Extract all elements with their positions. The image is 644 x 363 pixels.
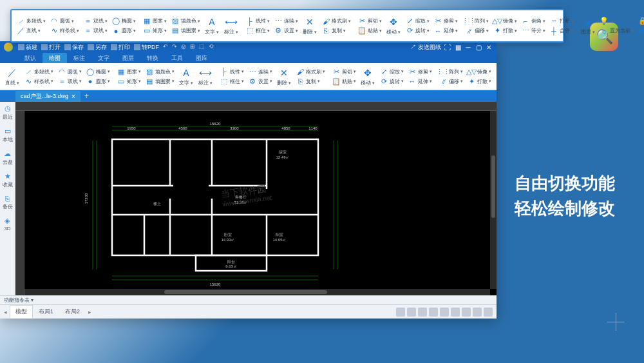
tool-填图案[interactable]: ▤填图案▾ xyxy=(145,77,175,86)
drawing-canvas[interactable]: 15620 19504500 33004850 1140 17200 15620… xyxy=(15,102,497,295)
close-button[interactable]: ✕ xyxy=(485,43,493,51)
menu-绘图[interactable]: 绘图 xyxy=(43,53,67,63)
tool-样条线[interactable]: ∿样条线▾ xyxy=(50,26,79,35)
tool-全选[interactable]: ▦全选▾ xyxy=(638,26,644,35)
menu-文字[interactable]: 文字 xyxy=(91,53,116,63)
menu-转换[interactable]: 转换 xyxy=(140,53,165,63)
tool-倒角[interactable]: ⌐倒角▾ xyxy=(495,67,497,76)
view-tab-布局1[interactable]: 布局1 xyxy=(33,305,59,319)
send-drawing-button[interactable]: ↗ 发送图纸 xyxy=(410,43,441,52)
tool-线性[interactable]: ├线性▾ xyxy=(220,67,244,76)
tool-圆弧[interactable]: ◠圆弧▾ xyxy=(50,17,79,26)
qat-icon[interactable]: ⬚ xyxy=(198,43,206,52)
tool-图层[interactable]: ◈图层 ▾ xyxy=(578,12,598,40)
qat-icon[interactable]: ⊞ xyxy=(189,43,196,52)
tool-延伸[interactable]: ↔延伸▾ xyxy=(408,77,432,86)
sidebar-备份[interactable]: ⎘备份 xyxy=(3,195,13,210)
sidebar-收藏[interactable]: ★收藏 xyxy=(3,172,13,188)
tool-直线[interactable]: ／直线▾ xyxy=(16,26,46,35)
tool-移动[interactable]: ✥移动 ▾ xyxy=(384,12,403,40)
grid-icon[interactable] xyxy=(407,308,416,317)
qat-打开[interactable]: 打开 xyxy=(40,43,62,52)
search-icon[interactable] xyxy=(396,308,405,317)
tool-倒角[interactable]: ⌐倒角▾ xyxy=(521,17,545,26)
tool-移动[interactable]: ✥移动 ▾ xyxy=(358,64,377,88)
layout-icon[interactable] xyxy=(473,308,482,317)
tool-设置[interactable]: ⚙设置▾ xyxy=(248,77,272,86)
tool-镜像[interactable]: △▽镜像▾ xyxy=(493,17,517,26)
tool-矩形[interactable]: ▭矩形▾ xyxy=(117,77,141,86)
tool-粘贴[interactable]: 📋粘贴▾ xyxy=(357,26,382,35)
tool-双线[interactable]: ＝双线▾ xyxy=(83,17,108,26)
tool-双线[interactable]: ＝双线▾ xyxy=(83,26,108,35)
sync-icon[interactable] xyxy=(484,308,493,317)
tool-缩放[interactable]: ⤢缩放▾ xyxy=(405,17,430,26)
tool-偏移[interactable]: ⫽偏移▾ xyxy=(439,77,463,86)
tool-打散[interactable]: ✦打散▾ xyxy=(467,77,491,86)
vertical-scrollbar[interactable] xyxy=(490,111,497,289)
tool-等分[interactable]: ⋯等分▾ xyxy=(521,26,545,35)
tool-文字[interactable]: A文字 ▾ xyxy=(176,64,196,88)
tool-打断[interactable]: ╌打断▾ xyxy=(549,17,574,26)
tool-圆形[interactable]: ●圆形▾ xyxy=(111,26,136,35)
tool-多段线[interactable]: ⟋多段线▾ xyxy=(24,67,53,76)
menu-默认[interactable]: 默认 xyxy=(18,53,43,63)
tool-图案[interactable]: ▦图案▾ xyxy=(117,67,141,76)
settings-icon[interactable] xyxy=(462,308,471,317)
tool-框住[interactable]: ⬚框住▾ xyxy=(220,77,244,86)
tool-文字[interactable]: A文字 ▾ xyxy=(202,12,222,40)
tool-复制[interactable]: ⎘复制▾ xyxy=(296,77,325,86)
tool-连续[interactable]: ⋯连续▾ xyxy=(274,17,298,26)
tool-剪切[interactable]: ✂剪切▾ xyxy=(357,17,382,26)
view-tab-布局2[interactable]: 布局2 xyxy=(59,305,86,319)
maximize-button[interactable]: ▢ xyxy=(475,43,482,51)
tool-打散[interactable]: ✦打散▾ xyxy=(493,26,517,35)
horizontal-scrollbar[interactable] xyxy=(24,289,490,295)
view-tab-模型[interactable]: 模型 xyxy=(10,305,33,319)
tool-图案[interactable]: ▦图案▾ xyxy=(142,17,167,26)
tool-旋转[interactable]: ⟳旋转▾ xyxy=(405,26,430,35)
tool-多段线[interactable]: ⟋多段线▾ xyxy=(16,17,46,26)
tool-[interactable]: 💡▾ xyxy=(600,17,634,26)
qat-转PDF[interactable]: 转PDF xyxy=(133,43,160,52)
tool-标注[interactable]: ⟷标注 ▾ xyxy=(222,12,241,40)
tool-设置[interactable]: ⚙设置▾ xyxy=(274,26,298,35)
nav-prev-icon[interactable]: ◂ xyxy=(4,309,7,315)
add-tab-button[interactable]: + xyxy=(80,92,93,101)
qat-新建[interactable]: 新建 xyxy=(17,43,39,52)
minimize-button[interactable]: ─ xyxy=(464,43,472,51)
tool-连续[interactable]: ⋯连续▾ xyxy=(248,67,272,76)
document-tab[interactable]: cad户型...le-3.dwg × xyxy=(15,91,80,102)
tool-粘贴[interactable]: 📋粘贴▾ xyxy=(332,77,356,86)
polar-icon[interactable] xyxy=(440,308,449,317)
qat-icon[interactable]: ◎ xyxy=(180,43,187,52)
tool-合并[interactable]: ┼合并▾ xyxy=(549,26,574,35)
ortho-icon[interactable] xyxy=(429,308,438,317)
tool-矩形[interactable]: ▭矩形▾ xyxy=(142,26,167,35)
tool-剪切[interactable]: ✂剪切▾ xyxy=(332,67,356,76)
qat-icon[interactable]: ↷ xyxy=(171,43,178,52)
tool-格式刷[interactable]: 🖌格式刷▾ xyxy=(296,67,325,76)
tool-椭圆[interactable]: ◯椭圆▾ xyxy=(86,67,110,76)
qat-另存[interactable]: 另存 xyxy=(86,43,108,52)
tool-线性[interactable]: ├线性▾ xyxy=(245,17,270,26)
tool-格式刷[interactable]: 🖌格式刷▾ xyxy=(321,17,351,26)
menu-图层[interactable]: 图层 xyxy=(116,53,140,63)
tool-圆弧[interactable]: ◠圆弧▾ xyxy=(57,67,82,76)
tool-双线[interactable]: ＝双线▾ xyxy=(57,77,82,86)
qat-icon[interactable]: ↶ xyxy=(162,43,169,52)
tool-直线[interactable]: ／直线 ▾ xyxy=(3,64,22,88)
sidebar-3D[interactable]: ◈3D xyxy=(4,217,10,231)
osnap-icon[interactable] xyxy=(451,308,460,317)
tool-阵列[interactable]: ⋮⋮阵列▾ xyxy=(439,67,463,76)
tool-样条线[interactable]: ∿样条线▾ xyxy=(24,77,53,86)
tool-镜像[interactable]: △▽镜像▾ xyxy=(467,67,491,76)
tool-删除[interactable]: ✕删除 ▾ xyxy=(274,64,294,88)
tool-填颜色[interactable]: ▨填颜色▾ xyxy=(145,67,175,76)
tool-置为当前[interactable]: ☼置为当前▾ xyxy=(600,26,634,35)
tool-圆形[interactable]: ●圆形▾ xyxy=(86,77,110,86)
tool-填图案[interactable]: ▤填图案▾ xyxy=(171,26,200,35)
sidebar-云盘[interactable]: ☁云盘 xyxy=(3,150,13,166)
qat-打印[interactable]: 打印 xyxy=(109,43,131,52)
command-bar[interactable]: 功能指令表 ▾ xyxy=(0,295,497,304)
